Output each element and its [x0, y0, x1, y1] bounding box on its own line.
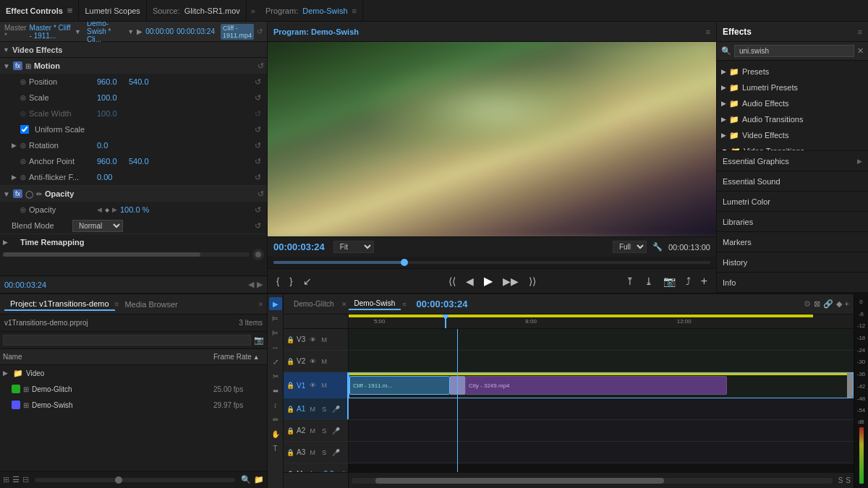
tl-mark-icon[interactable]: ◆	[836, 299, 842, 309]
demo-swish-menu[interactable]: ≡	[402, 301, 406, 308]
rolling-tool[interactable]: ↔	[269, 341, 282, 354]
effects-scroll-circle[interactable]	[252, 249, 264, 260]
a1-s-btn[interactable]: S	[319, 404, 329, 414]
seq-chevron-icon[interactable]: ▼	[127, 28, 134, 35]
timeline-scroll-thumb[interactable]	[375, 478, 664, 484]
a3-s-btn[interactable]: S	[319, 448, 329, 458]
source-tab[interactable]: Source: Glitch-SR1.mov	[147, 0, 247, 21]
freeform-btn[interactable]: ⊟	[22, 475, 29, 484]
essential-sound-item[interactable]: Essential Sound	[717, 171, 868, 192]
effects-panel-menu-icon[interactable]: ≡	[858, 27, 862, 36]
export-btn[interactable]: ⤴	[683, 275, 694, 287]
add-btn[interactable]: +	[698, 275, 710, 288]
bottom-arrow-left[interactable]: ◀	[248, 280, 254, 289]
bottom-arrow-right[interactable]: ▶	[257, 280, 263, 289]
program-tab[interactable]: Program: Demo-Swish ≡	[260, 0, 363, 21]
zoom-handle[interactable]	[115, 476, 122, 484]
timeline-scrollbar[interactable]	[352, 478, 833, 484]
a3-lock-icon[interactable]: 🔒	[286, 449, 294, 456]
new-folder-btn[interactable]: 📁	[254, 475, 264, 484]
expand-btn[interactable]: »	[247, 0, 260, 21]
transition-clip[interactable]	[450, 376, 465, 395]
a2-lock-icon[interactable]: 🔒	[286, 427, 294, 435]
a1-m-btn[interactable]: M	[307, 404, 318, 414]
playback-track[interactable]	[273, 261, 710, 264]
position-anim-icon[interactable]: ◎	[20, 78, 26, 85]
type-tool[interactable]: T	[269, 442, 282, 455]
video-effects-tree-item[interactable]: ▶ 📁 Video Effects	[717, 127, 868, 143]
a3-m-btn[interactable]: M	[307, 448, 318, 458]
ap-reset-icon[interactable]: ↺	[255, 157, 261, 166]
position-reset-icon[interactable]: ↺	[255, 77, 261, 87]
hand-tool[interactable]: ✋	[269, 427, 282, 440]
info-item[interactable]: Info	[717, 273, 868, 293]
grid-view-btn[interactable]: ⊞	[3, 475, 9, 484]
v1-content[interactable]: Cliff - 1911.m... City - 3249.mp4	[349, 372, 854, 398]
tl-timecode[interactable]: 00:00:03:24	[417, 299, 468, 309]
op-reset-icon[interactable]: ↺	[255, 205, 261, 215]
a2-s-btn[interactable]: S	[319, 426, 329, 436]
tl-magnet-icon[interactable]: ⊠	[814, 299, 820, 309]
a3-content[interactable]	[349, 442, 854, 463]
v3-lock-icon[interactable]: 🔒	[286, 336, 294, 343]
scale-value[interactable]: 100.0	[97, 93, 126, 102]
blend-reset-icon[interactable]: ↺	[255, 221, 261, 231]
uniform-scale-reset[interactable]: ↺	[255, 125, 261, 134]
a2-mic-icon[interactable]: 🎤	[331, 426, 341, 436]
list-view-btn[interactable]: ☰	[12, 475, 20, 484]
a2-m-btn[interactable]: M	[307, 426, 318, 436]
wrench-icon[interactable]: 🔧	[652, 242, 663, 252]
master-content[interactable]	[349, 463, 854, 472]
project-camera-icon[interactable]: 📷	[254, 335, 264, 345]
col-sort-icon[interactable]: ▲	[253, 354, 260, 361]
v3-m-btn[interactable]: M	[319, 335, 329, 345]
op-nav-right[interactable]: ▶	[112, 206, 117, 213]
v2-m-btn[interactable]: M	[319, 356, 329, 367]
v2-lock-icon[interactable]: 🔒	[286, 358, 294, 365]
video-transitions-item[interactable]: ▼ 📁 Video Transitions	[717, 143, 868, 150]
audio-effects-item[interactable]: ▶ 📁 Audio Effects	[717, 95, 868, 111]
presets-item[interactable]: ▶ 📁 Presets	[717, 64, 868, 80]
project-search-input[interactable]	[3, 335, 251, 346]
cliff-clip[interactable]: Cliff - 1911.m...	[349, 376, 450, 395]
anchor-x-value[interactable]: 960.0	[97, 157, 126, 166]
insert-btn[interactable]: ↙	[300, 275, 315, 287]
v1-lock-icon[interactable]: 🔒	[286, 382, 294, 389]
master-reset-icon[interactable]: ↺	[339, 470, 345, 472]
slide-tool[interactable]: ↕	[269, 398, 282, 411]
rate-stretch-tool[interactable]: ⤢	[269, 355, 282, 368]
track-end-handle[interactable]	[847, 373, 853, 398]
a1-lock-icon[interactable]: 🔒	[286, 406, 294, 413]
go-to-out-btn[interactable]: ⟩⟩	[526, 275, 539, 287]
step-back-btn[interactable]: ◀	[463, 275, 477, 287]
v2-eye-icon[interactable]: 👁	[307, 356, 318, 367]
a2-content[interactable]	[349, 420, 854, 441]
scale-anim-icon[interactable]: ◎	[20, 94, 26, 101]
motion-reset-icon[interactable]: ↺	[258, 61, 264, 71]
lumetri-color-item[interactable]: Lumetri Color	[717, 192, 868, 212]
pen-tool[interactable]: ✏	[269, 413, 282, 426]
op-nav-left[interactable]: ◀	[97, 206, 102, 213]
rotation-value[interactable]: 0.0	[97, 141, 126, 150]
demo-swish-tab[interactable]: Demo-Swish	[349, 298, 401, 310]
time-remapping-row[interactable]: ▶ Time Remapping	[0, 234, 267, 250]
mark-in-btn[interactable]: {	[273, 275, 282, 286]
opacity-reset-icon[interactable]: ↺	[258, 189, 264, 199]
history-item[interactable]: History	[717, 252, 868, 273]
audio-transitions-item[interactable]: ▶ 📁 Audio Transitions	[717, 111, 868, 127]
ripple-tool[interactable]: ⊨	[269, 326, 282, 339]
play-icon[interactable]: ▶	[137, 27, 142, 35]
lift-btn[interactable]: ⤒	[623, 275, 637, 287]
ap-anim-icon[interactable]: ◎	[20, 158, 26, 165]
effects-clear-icon[interactable]: ✕	[857, 46, 864, 56]
tl-link-icon[interactable]: 🔗	[823, 299, 833, 309]
selection-tool[interactable]: ▶	[269, 297, 282, 310]
opacity-value[interactable]: 100.0 %	[120, 205, 149, 214]
city-clip[interactable]: City - 3249.mp4	[465, 376, 727, 395]
a3-mic-icon[interactable]: 🎤	[331, 448, 341, 458]
effect-controls-tab[interactable]: Effect Controls ≡	[0, 0, 79, 21]
effects-scroll-thumb[interactable]	[3, 252, 200, 257]
quality-select[interactable]: Full 1/2 1/4	[613, 241, 647, 253]
a1-mic-icon[interactable]: 🎤	[331, 404, 341, 414]
demo-swish-item[interactable]: ⊞ Demo-Swish 29.97 fps	[0, 397, 267, 413]
